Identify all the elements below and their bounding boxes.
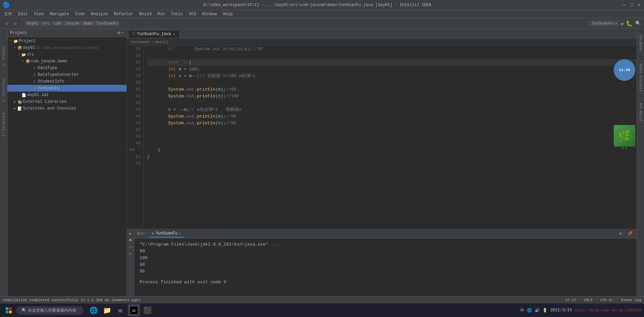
menu-help[interactable]: Help [220,11,236,17]
tree-label-ext: External Libraries [23,99,67,104]
tree-scratches[interactable]: ▶ 📝 Scratches and Consoles [7,105,127,112]
tree-label-iml: day01.iml [27,93,49,97]
tab-icon: C [133,32,135,36]
run-panel: ▶ ■ ↺ ✕ Run: ▶ YunSuanFu ✕ ⚙ 📌 [127,229,637,296]
menu-refactor[interactable]: Refactor [111,11,136,17]
left-tool-favorites[interactable]: 2: Favorites [0,77,7,104]
run-stop-btn[interactable]: ■ [128,237,134,243]
project-collapse-icon[interactable]: — [121,31,124,35]
run-output-98a: 98 [140,261,631,268]
project-breadcrumb[interactable]: day01 › src › com › javasm › demo › YunS… [25,21,120,27]
project-settings-icon[interactable]: ⚙ [118,30,120,35]
tree-studentinfo[interactable]: ▸ C StudentInfo [7,78,127,85]
taskbar-search-icon: 🔍 [22,308,27,313]
menu-run[interactable]: Run [155,11,168,17]
run-tab-label: YunSuanFu [156,231,178,236]
tree-datatypeconverter[interactable]: ▸ C DataTypeConverter [7,71,127,78]
run-pin-btn[interactable]: 📌 [626,230,634,238]
code-line-48 [147,133,637,140]
menu-tools[interactable]: Tools [168,11,186,17]
taskbar-battery: 🔋 [542,308,547,313]
editor-area: C YunSuanFu.java ✕ YunSuanFu › main() 35… [127,29,637,296]
breadcrumb-class[interactable]: YunSuanFu [130,40,150,44]
breadcrumb-file[interactable]: YunSuanFu [96,21,118,26]
right-tool-maven[interactable]: Maven Projects [637,64,644,91]
left-tool-project[interactable]: 1: Project [0,42,7,69]
tree-yunsuanfu[interactable]: ▸ C YunSuanFu [7,85,127,92]
run-tabs: Run: ▶ YunSuanFu ✕ ⚙ 📌 [134,229,637,239]
toolbar-search-btn[interactable]: 🔍 [634,20,642,28]
menu-view[interactable]: View [31,11,46,17]
run-play-btn[interactable]: ▶ [128,230,134,236]
taskbar-app-browser[interactable]: 🌐 [87,304,100,316]
menu-build[interactable]: Build [137,11,154,17]
taskbar-volume: 🔊 [535,308,540,313]
taskbar-app-idea[interactable]: IJ [128,304,140,316]
code-line-44: n = --m;// m先自增+1 再赋值n [147,106,637,113]
run-rerun-btn[interactable]: ↺ [128,244,134,250]
status-eventlog[interactable]: Event Log [621,298,641,302]
tree-day01[interactable]: ▾ 📦 day01 D:\idea_workspace\31\1\day01 [7,44,127,51]
tree-label-src: src [27,52,34,57]
class-icon-dtc: C [32,72,38,78]
menu-navigate[interactable]: Navigate [47,11,72,17]
run-tab-close[interactable]: ✕ [179,231,181,235]
run-tab-yunsuanfu[interactable]: ▶ YunSuanFu ✕ [149,230,185,237]
toolbar-back-btn[interactable]: ◁ [2,20,10,28]
tree-project-root[interactable]: ▾ 📁 Project [7,38,127,44]
ext-lib-icon: 📚 [17,99,23,105]
breadcrumb-day01[interactable]: day01 [27,21,39,26]
left-tool-structure[interactable]: 2: Structure [0,111,7,138]
tree-package[interactable]: ▾ 📦 com.javasm.demo [7,58,127,65]
iml-icon: 📄 [21,92,27,98]
tree-external-libraries[interactable]: ▶ 📚 External Libraries [7,98,127,105]
code-line-47 [147,127,637,133]
menu-code[interactable]: Code [72,11,87,17]
menu-bar: 文件 Edit View Navigate Code Analyze Refac… [0,10,644,18]
tree-src[interactable]: ▾ 📂 src [7,51,127,58]
menu-edit[interactable]: Edit [15,11,31,17]
project-sidebar: Project ⚙ — ▾ 📁 Project ▾ 📦 day01 D:\ide… [7,29,127,296]
breadcrumb-javasm[interactable]: javasm [65,21,79,26]
run-config-selector[interactable]: YunSuanFu ▾ [589,20,620,27]
run-output-99: 99 [140,248,631,255]
editor-tab-yunsuanfu[interactable]: C YunSuanFu.java ✕ [128,30,180,38]
taskbar-search-placeholder: 在这里输入你要搜索的内容 [28,308,76,313]
start-button[interactable] [3,304,15,316]
menu-analyze[interactable]: Analyze [88,11,110,17]
taskbar-app-mail[interactable]: ✉ [114,304,127,316]
breadcrumb-method[interactable]: main() [155,40,169,44]
run-tab-icon: ▶ [152,231,154,236]
right-tool-database[interactable]: Database [637,30,644,57]
breadcrumb-demo[interactable]: demo [83,21,93,26]
tab-close-btn[interactable]: ✕ [173,32,175,36]
run-button[interactable]: ▶ [621,20,624,27]
taskbar-search[interactable]: 🔍 在这里输入你要搜索的内容 [16,306,83,315]
maximize-button[interactable]: □ [629,3,634,7]
run-close-btn[interactable]: ✕ [128,251,134,257]
tree-arrow-src: ▾ [17,53,21,57]
close-button[interactable]: ✕ [637,3,641,7]
menu-file[interactable]: 文件 [1,10,15,18]
toolbar-forward-btn[interactable]: ▷ [11,20,20,28]
taskbar-app-extra[interactable]: ⬛ [141,304,153,316]
right-tool-ant[interactable]: Ant Build [637,98,644,125]
tree-datatype[interactable]: ▸ C DataType [7,65,127,71]
breadcrumb-src[interactable]: src [42,21,50,26]
menu-window[interactable]: Window [200,11,219,17]
run-settings-btn[interactable]: ⚙ [616,230,624,238]
tree-day01iml[interactable]: ▸ 📄 day01.iml [7,92,127,98]
breadcrumb-com[interactable]: com [53,21,61,26]
debug-button[interactable]: 🐛 [626,20,633,27]
menu-vcs[interactable]: VCS [186,11,199,17]
code-line-35: // System.out.println(a);//10 [147,46,637,53]
code-editor[interactable]: 35 36 37 38 39 40 41 42 43 44 45 46 47 4… [127,46,637,229]
module-icon: 📦 [17,45,23,51]
code-line-37: ⊳ //++ --| [147,59,637,66]
taskbar-app-explorer[interactable]: 📁 [101,304,113,316]
tree-label-scratches: Scratches and Consoles [23,106,76,111]
taskbar-csdn: https://blog.csdn.net/qq_43363616 [575,309,641,312]
minimize-button[interactable]: — [622,3,627,7]
code-line-41: System.out.println(m);//99 [147,86,637,93]
code-area[interactable]: // System.out.println(a);//10 ⊳ //++ --|… [144,46,637,229]
